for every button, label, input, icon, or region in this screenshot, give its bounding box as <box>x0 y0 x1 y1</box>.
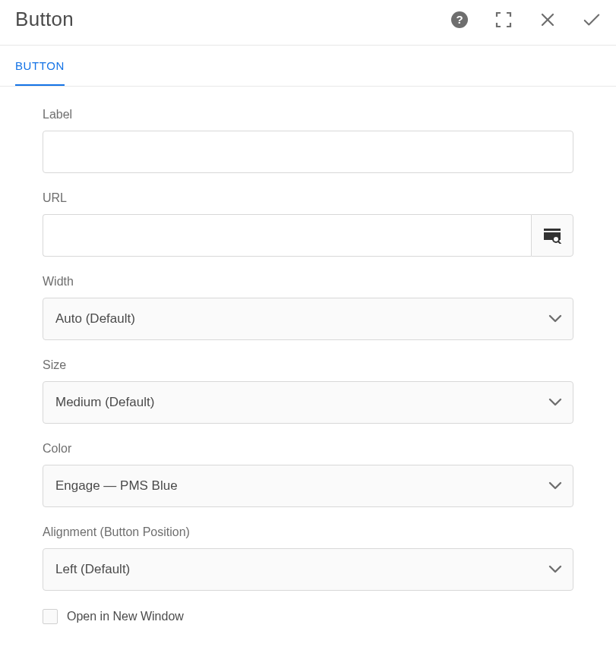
label-label: Label <box>43 108 573 121</box>
new-window-label: Open in New Window <box>67 610 184 623</box>
close-icon <box>540 12 555 27</box>
label-input[interactable] <box>43 131 573 173</box>
label-url: URL <box>43 191 573 205</box>
fullscreen-icon <box>495 11 512 28</box>
label-color: Color <box>43 442 573 456</box>
field-color: Color Engage — PMS Blue <box>43 442 573 507</box>
width-select-value: Auto (Default) <box>55 311 135 327</box>
url-input[interactable] <box>43 214 531 257</box>
label-width: Width <box>43 275 573 289</box>
dialog-body: Label URL Width Auto (Default <box>0 87 616 655</box>
chevron-down-icon <box>548 311 562 327</box>
dialog-header: Button ? <box>0 0 616 46</box>
chevron-down-icon <box>548 562 562 577</box>
width-select[interactable]: Auto (Default) <box>43 298 573 340</box>
field-width: Width Auto (Default) <box>43 275 573 340</box>
size-select[interactable]: Medium (Default) <box>43 381 573 424</box>
field-label: Label <box>43 108 573 173</box>
help-icon: ? <box>451 11 468 28</box>
chevron-down-icon <box>548 395 562 410</box>
label-size: Size <box>43 358 573 372</box>
field-new-window: Open in New Window <box>43 609 573 624</box>
label-alignment: Alignment (Button Position) <box>43 525 573 539</box>
field-alignment: Alignment (Button Position) Left (Defaul… <box>43 525 573 591</box>
cancel-button[interactable] <box>539 11 557 29</box>
new-window-checkbox[interactable] <box>43 609 58 624</box>
fullscreen-button[interactable] <box>494 11 513 29</box>
alignment-select-value: Left (Default) <box>55 562 130 577</box>
svg-line-5 <box>558 241 561 244</box>
button-edit-dialog: Button ? BUTTON Label <box>0 0 616 655</box>
help-button[interactable]: ? <box>450 11 469 29</box>
url-input-group <box>43 214 573 257</box>
check-icon <box>583 11 601 28</box>
color-select[interactable]: Engage — PMS Blue <box>43 465 573 507</box>
alignment-select[interactable]: Left (Default) <box>43 548 573 591</box>
field-url: URL <box>43 191 573 257</box>
dialog-tabs: BUTTON <box>0 46 616 87</box>
folder-search-icon <box>543 227 561 244</box>
svg-rect-2 <box>544 229 561 231</box>
svg-text:?: ? <box>456 13 463 26</box>
chevron-down-icon <box>548 478 562 494</box>
done-button[interactable] <box>583 11 601 29</box>
dialog-title: Button <box>15 8 450 31</box>
color-select-value: Engage — PMS Blue <box>55 478 178 494</box>
field-size: Size Medium (Default) <box>43 358 573 424</box>
dialog-header-actions: ? <box>450 11 601 29</box>
url-browse-button[interactable] <box>531 214 573 257</box>
tab-button[interactable]: BUTTON <box>15 46 65 86</box>
size-select-value: Medium (Default) <box>55 395 154 410</box>
